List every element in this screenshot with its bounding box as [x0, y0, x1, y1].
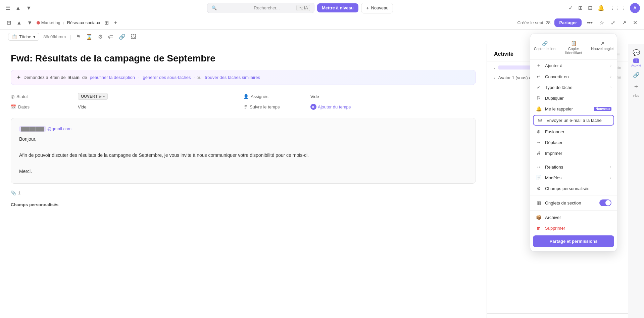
copy-id-label: Copier l'identifiant: [560, 47, 587, 55]
email-dd-label: Envoyer un e-mail à la tâche: [546, 118, 602, 123]
dropdown-sep-1: [530, 160, 617, 160]
email-dd-icon: ✉: [537, 118, 543, 123]
dropdown-merge[interactable]: ⊕ Fusionner: [530, 126, 617, 137]
dropdown-move[interactable]: → Déplacer: [530, 137, 617, 148]
duplicate-label: Dupliquer: [545, 96, 564, 101]
dropdown-section-tabs-left: ▦ Onglets de section: [536, 200, 581, 206]
share-permissions-button[interactable]: Partage et permissions: [533, 235, 614, 247]
dropdown-convert-left: ↩ Convertir en: [536, 74, 569, 79]
move-icon: →: [536, 140, 542, 145]
duplicate-icon: ⎘: [536, 95, 542, 101]
add-to-label: Ajouter à: [545, 63, 562, 68]
remind-label: Me le rappeler: [545, 106, 573, 111]
dropdown-custom-fields-left: ⚙ Champs personnalisés: [536, 186, 589, 191]
copy-link-icon: 🔗: [542, 41, 548, 46]
dropdown-print[interactable]: 🖨 Imprimer: [530, 148, 617, 158]
task-type-arrow: ›: [610, 85, 611, 90]
move-label: Déplacer: [545, 140, 562, 145]
templates-label: Modèles: [545, 175, 561, 180]
remind-badge: Nouveau: [594, 107, 611, 111]
dropdown-merge-left: ⊕ Fusionner: [536, 129, 564, 134]
dropdown-delete-left: 🗑 Supprimer: [536, 225, 565, 231]
dropdown-duplicate-left: ⎘ Dupliquer: [536, 95, 564, 101]
convert-arrow: ›: [610, 74, 611, 79]
relations-arrow: ›: [610, 165, 611, 169]
task-type-dd-icon: ✓: [536, 85, 542, 90]
dropdown-remind[interactable]: 🔔 Me le rappeler Nouveau: [530, 103, 617, 114]
section-tabs-label: Onglets de section: [545, 200, 581, 206]
section-tabs-icon: ▦: [536, 200, 542, 206]
print-icon: 🖨: [536, 150, 542, 156]
archive-label: Archiver: [545, 215, 561, 220]
add-to-arrow: ›: [610, 63, 611, 68]
new-tab-label: Nouvel onglet: [591, 47, 613, 51]
dropdown-relations-left: ↔ Relations: [536, 164, 563, 170]
copy-id-button[interactable]: 📋 Copier l'identifiant: [559, 39, 588, 57]
dropdown-custom-fields[interactable]: ⚙ Champs personnalisés: [530, 183, 617, 194]
new-tab-button[interactable]: ↗ Nouvel onglet: [588, 39, 617, 57]
delete-icon: 🗑: [536, 225, 542, 231]
new-tab-icon: ↗: [600, 41, 604, 46]
merge-icon: ⊕: [536, 129, 542, 134]
templates-icon: 📄: [536, 175, 542, 180]
custom-fields-label: Champs personnalisés: [545, 186, 589, 191]
templates-arrow: ›: [610, 175, 611, 180]
dropdown-sep-2: [530, 195, 617, 195]
dropdown-print-left: 🖨 Imprimer: [536, 150, 562, 156]
dropdown-task-type-left: ✓ Type de tâche: [536, 85, 573, 90]
dropdown-add-to[interactable]: ＋ Ajouter à ›: [530, 60, 617, 71]
section-tabs-toggle[interactable]: [599, 199, 611, 206]
dropdown-top-actions: 🔗 Copier le lien 📋 Copier l'identifiant …: [530, 36, 617, 60]
dropdown-task-type[interactable]: ✓ Type de tâche ›: [530, 82, 617, 93]
dropdown-add-to-left: ＋ Ajouter à: [536, 62, 562, 69]
dropdown-relations[interactable]: ↔ Relations ›: [530, 162, 617, 172]
dropdown-section-tabs[interactable]: ▦ Onglets de section: [530, 197, 617, 209]
convert-icon: ↩: [536, 74, 542, 79]
dropdown-email-task[interactable]: ✉ Envoyer un e-mail à la tâche: [533, 115, 614, 126]
add-icon: ＋: [536, 62, 542, 69]
archive-icon: 📦: [536, 215, 542, 220]
dropdown-duplicate[interactable]: ⎘ Dupliquer: [530, 93, 617, 103]
copy-link-button[interactable]: 🔗 Copier le lien: [530, 39, 559, 57]
dropdown-delete[interactable]: 🗑 Supprimer: [530, 223, 617, 233]
custom-fields-icon: ⚙: [536, 186, 542, 191]
dropdown-sep-3: [530, 210, 617, 211]
dropdown-templates-left: 📄 Modèles: [536, 175, 561, 180]
dropdown-menu: 🔗 Copier le lien 📋 Copier l'identifiant …: [530, 34, 617, 252]
dropdown-move-left: → Déplacer: [536, 140, 562, 145]
dropdown-remind-left: 🔔 Me le rappeler: [536, 106, 573, 111]
relations-icon: ↔: [536, 164, 542, 170]
delete-label: Supprimer: [545, 226, 565, 231]
merge-label: Fusionner: [545, 129, 564, 134]
relations-label: Relations: [545, 165, 563, 170]
dropdown-convert[interactable]: ↩ Convertir en ›: [530, 71, 617, 82]
task-type-dd-label: Type de tâche: [545, 85, 573, 90]
convert-label: Convertir en: [545, 74, 569, 79]
copy-link-label: Copier le lien: [534, 47, 555, 51]
toggle-switch[interactable]: [599, 199, 611, 206]
dropdown-archive-left: 📦 Archiver: [536, 215, 561, 220]
print-label: Imprimer: [545, 151, 562, 156]
dropdown-templates[interactable]: 📄 Modèles ›: [530, 172, 617, 183]
copy-id-icon: 📋: [571, 41, 577, 46]
remind-icon: 🔔: [536, 106, 542, 111]
dropdown-email-left: ✉ Envoyer un e-mail à la tâche: [537, 118, 602, 123]
dropdown-archive[interactable]: 📦 Archiver: [530, 212, 617, 223]
